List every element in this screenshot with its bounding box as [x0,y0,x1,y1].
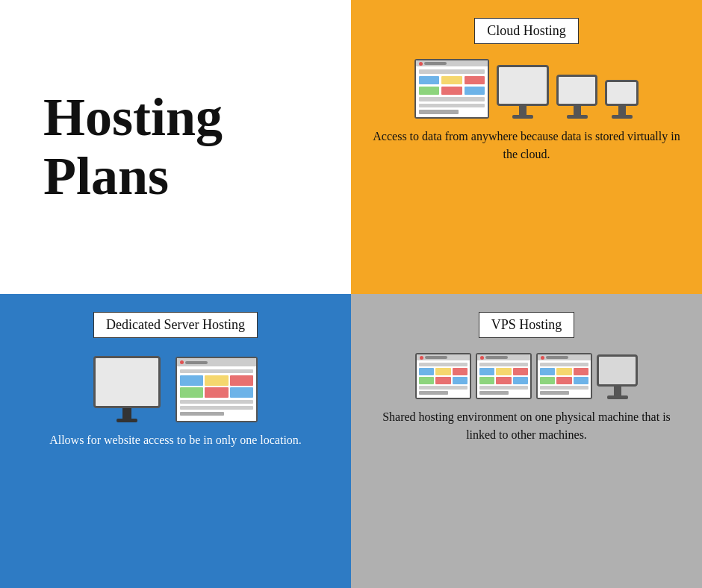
vps-browser-bar-1 [417,354,470,360]
vps-browser-3 [536,353,592,399]
browser-dot-red [419,62,423,66]
main-title: Hosting Plans [36,88,223,206]
vps-browser-2 [476,353,532,399]
monitor-stand-3 [618,106,626,115]
browser-icon-large [414,59,489,119]
vps-description: Shared hosting environment on one physic… [372,408,681,444]
main-grid: Hosting Plans Cloud Hosting [0,0,702,588]
vps-monitor-stand [614,387,621,395]
vps-label: VPS Hosting [479,312,575,338]
browser-bar [416,60,488,66]
vps-browser-1 [415,353,471,399]
monitor-icon-3 [605,80,639,119]
dedicated-monitor-stand [122,408,131,419]
vps-browser-content-1 [417,360,470,398]
browser-content [416,66,488,117]
monitor-icon-1 [497,65,549,119]
vps-icons [415,353,638,399]
dedicated-icons [93,356,258,422]
monitor-icon-2 [556,75,597,119]
monitor-base-1 [512,115,533,119]
vps-cell: VPS Hosting [351,294,702,588]
dedicated-browser-icon [176,357,258,422]
vps-monitor-icon [597,354,638,399]
cloud-description: Access to data from anywhere because dat… [372,128,681,163]
monitor-screen-2 [556,75,597,106]
title-cell: Hosting Plans [0,0,351,294]
monitor-screen-3 [605,80,639,106]
dedicated-cell: Dedicated Server Hosting [0,294,351,588]
monitor-screen-1 [497,65,549,106]
vps-browser-bar-2 [477,354,530,360]
cloud-icons [414,59,639,119]
dedicated-monitor-screen [93,356,161,408]
browser-dot-addressbar [424,62,447,65]
monitor-base-3 [612,115,633,119]
cloud-label: Cloud Hosting [474,18,579,44]
vps-browser-bar-3 [538,354,591,360]
monitor-stand-1 [519,106,526,115]
dedicated-browser-content [177,366,256,421]
dedicated-label: Dedicated Server Hosting [93,312,258,338]
vps-monitor-screen [597,354,638,387]
dedicated-monitor-icon [93,356,161,422]
dedicated-description: Allows for website access to be in only … [49,431,302,449]
cloud-cell: Cloud Hosting [351,0,702,294]
vps-monitor-base [607,395,628,399]
dedicated-monitor-base [117,419,137,422]
vps-browser-content-3 [538,360,591,398]
monitor-base-2 [567,115,588,119]
dedicated-browser-bar [177,358,256,366]
vps-browser-content-2 [477,360,530,398]
monitor-stand-2 [574,106,581,115]
